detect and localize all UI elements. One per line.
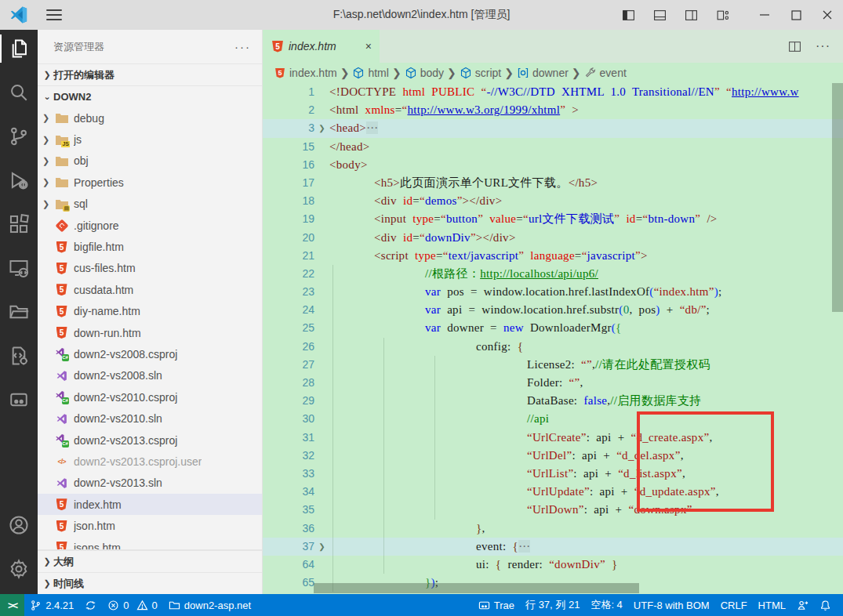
outline-section[interactable]: ❯ 大纲 (38, 550, 262, 572)
status-warning[interactable]: 0 (135, 594, 163, 616)
breadcrumb-index-htm[interactable]: 5index.htm (274, 67, 337, 79)
tree-item-bigfile-htm[interactable]: 5bigfile.htm (38, 236, 262, 257)
tree-item-down2-vs2013-csproj[interactable]: C#down2-vs2013.csproj (38, 429, 262, 451)
tree-item-down2-vs2008-sln[interactable]: down2-vs2008.sln (38, 365, 262, 386)
code-line-64[interactable]: 64ui: { render: “downDiv” } (263, 556, 843, 574)
code-line-25[interactable]: 25var downer = new DownloaderMgr({ (263, 319, 843, 337)
tree-item-obj[interactable]: ❯obj (38, 150, 262, 172)
code-line-20[interactable]: 20<div id=“downDiv”></div> (263, 229, 843, 247)
account-icon[interactable] (0, 506, 38, 544)
horizontal-scrollbar[interactable] (314, 583, 639, 593)
tree-item-diy-name-htm[interactable]: 5diy-name.htm (38, 301, 262, 322)
folder-opened-icon[interactable] (0, 293, 38, 331)
tree-item-index-htm[interactable]: 5index.htm (38, 494, 262, 515)
code-line-27[interactable]: 27License2: “”,//请在此处配置授权码 (263, 356, 843, 374)
code-line-17[interactable]: 17<h5>此页面演示单个URL文件下载。</h5> (263, 174, 843, 192)
status-trae[interactable]: Trae (473, 594, 520, 616)
code-line-31[interactable]: 31“UrlCreate”: api + “d_create.aspx”, (263, 429, 843, 447)
code-line-37[interactable]: 37❯event: {⋯ (263, 538, 843, 556)
code-line-32[interactable]: 32“UrlDel”: api + “d_del.aspx”, (263, 447, 843, 465)
breadcrumb-downer[interactable]: downer (517, 67, 569, 79)
tree-item-debug[interactable]: ❯debug (38, 107, 262, 129)
remote-indicator[interactable]: >< (0, 594, 24, 616)
status-crlf[interactable]: CRLF (715, 594, 753, 616)
toggle-panel-icon[interactable] (644, 0, 675, 30)
code-line-18[interactable]: 18<div id=“demos”></div> (263, 192, 843, 210)
code-line-34[interactable]: 34“UrlUpdate”: api + “d_update.aspx”, (263, 483, 843, 501)
code-line-23[interactable]: 23var pos = window.location.href.lastInd… (263, 283, 843, 301)
status-行-37-列-21[interactable]: 行 37, 列 21 (520, 594, 585, 616)
tree-item-down-run-htm[interactable]: 5down-run.htm (38, 322, 262, 343)
tree-item-down2-vs2010-csproj[interactable]: C#down2-vs2010.csproj (38, 386, 262, 408)
status-error[interactable]: 0 (102, 594, 134, 616)
open-editors-section[interactable]: ❯ 打开的编辑器 (38, 63, 262, 85)
code-line-26[interactable]: 26config: { (263, 338, 843, 356)
code-line-21[interactable]: 21<script type=“text/javascript” languag… (263, 247, 843, 265)
code-line-2[interactable]: 2<html xmlns=“http://www.w3.org/1999/xht… (263, 101, 843, 119)
toggle-secondary-sidebar-icon[interactable] (675, 0, 707, 30)
status-sync[interactable] (79, 594, 102, 616)
split-editor-icon[interactable] (788, 40, 801, 53)
close-button[interactable] (812, 0, 843, 30)
breadcrumb-event[interactable]: event (584, 67, 627, 79)
tab-index-htm[interactable]: 5 index.htm × (263, 30, 380, 63)
tree-item-jsons-htm[interactable]: 5jsons.htm (38, 537, 262, 549)
extensions-icon[interactable] (0, 205, 38, 243)
breadcrumb-script[interactable]: script (460, 67, 501, 79)
tree-item-down2-vs2013-sln[interactable]: down2-vs2013.sln (38, 473, 262, 494)
source-control-icon[interactable] (0, 118, 38, 155)
customize-layout-icon[interactable] (707, 0, 738, 30)
tree-item-properties[interactable]: ❯Properties (38, 172, 262, 193)
toggle-sidebar-icon[interactable] (612, 0, 644, 30)
tree-item-js[interactable]: ❯JSjs (38, 129, 262, 150)
editor-actions-icon[interactable]: ··· (816, 39, 830, 53)
minimize-button[interactable] (749, 0, 780, 30)
explorer-icon[interactable] (0, 30, 38, 67)
menu-hamburger-icon[interactable] (46, 9, 62, 20)
search-icon[interactable] (0, 74, 38, 111)
status-feedback[interactable] (791, 594, 814, 616)
code-line-36[interactable]: 36}, (263, 520, 843, 538)
code-line-3[interactable]: 3❯<head>⋯ (263, 119, 843, 137)
tree-item-cus-files-htm[interactable]: 5cus-files.htm (38, 258, 262, 279)
explorer-actions-icon[interactable]: ··· (234, 40, 251, 53)
status-branch[interactable]: 2.4.21 (24, 594, 79, 616)
timeline-section[interactable]: ❯ 时间线 (38, 572, 262, 594)
status-folder[interactable]: down2-asp.net (163, 594, 256, 616)
tree-item-down2-vs2013-csproj-user[interactable]: </>down2-vs2013.csproj.user (38, 451, 262, 472)
code-line-24[interactable]: 24var api = window.location.href.substr(… (263, 301, 843, 319)
breadcrumb-html[interactable]: html (352, 67, 388, 79)
fold-chevron-icon[interactable]: ❯ (314, 119, 329, 137)
tree-item-json-htm[interactable]: 5json.htm (38, 515, 262, 536)
vertical-scrollbar[interactable] (832, 83, 843, 312)
code-area[interactable]: 1<!DOCTYPE html PUBLIC “-//W3C//DTD XHTM… (263, 83, 843, 594)
tree-item-sql[interactable]: ❯▤sql (38, 194, 262, 215)
remote-explorer-icon[interactable] (0, 249, 38, 287)
status-utf-8-with-bom[interactable]: UTF-8 with BOM (628, 594, 715, 616)
code-line-28[interactable]: 28Folder: “”, (263, 374, 843, 392)
status-空格-4[interactable]: 空格: 4 (585, 594, 627, 616)
code-line-29[interactable]: 29DataBase: false,//启用数据库支持 (263, 392, 843, 410)
breadcrumb-body[interactable]: body (405, 67, 444, 79)
tree-item-cusdata-htm[interactable]: 5cusdata.htm (38, 279, 262, 300)
status-bell[interactable] (814, 594, 837, 616)
code-settings-icon[interactable] (0, 337, 38, 375)
root-folder-section[interactable]: ⌄ DOWN2 (38, 85, 262, 107)
maximize-button[interactable] (780, 0, 812, 30)
tree-item-down2-vs2008-csproj[interactable]: C#down2-vs2008.csproj (38, 343, 262, 364)
code-line-22[interactable]: 22//根路径：http://localhost/api/up6/ (263, 265, 843, 283)
code-line-19[interactable]: 19<input type=“button” value=“url文件下载测试”… (263, 210, 843, 228)
code-line-1[interactable]: 1<!DOCTYPE html PUBLIC “-//W3C//DTD XHTM… (263, 83, 843, 101)
close-tab-icon[interactable]: × (365, 40, 372, 53)
settings-icon[interactable] (0, 550, 38, 588)
trae-chat-icon[interactable] (0, 381, 38, 419)
tree-item--gitignore[interactable]: .gitignore (38, 215, 262, 236)
tree-item-down2-vs2010-sln[interactable]: down2-vs2010.sln (38, 408, 262, 429)
code-line-30[interactable]: 30//api (263, 410, 843, 428)
code-line-33[interactable]: 33“UrlList”: api + “d_list.aspx”, (263, 465, 843, 483)
fold-chevron-icon[interactable]: ❯ (314, 538, 329, 556)
code-line-15[interactable]: 15</head> (263, 138, 843, 156)
code-line-35[interactable]: 35“UrlDown”: api + “down.aspx” (263, 501, 843, 519)
run-debug-icon[interactable] (0, 161, 38, 199)
code-line-16[interactable]: 16<body> (263, 156, 843, 174)
